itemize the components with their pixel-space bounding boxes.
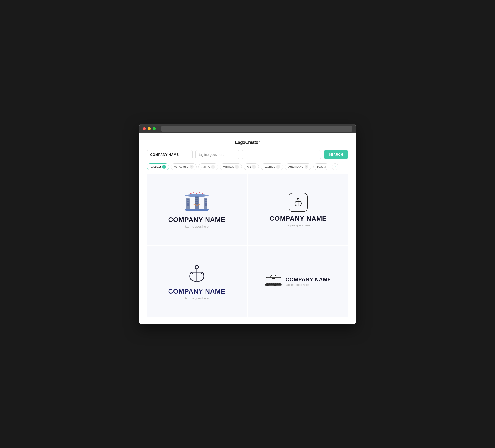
search-button[interactable]: SEARCH	[324, 150, 348, 159]
filter-label-animals: Animals	[223, 165, 234, 168]
svg-rect-8	[187, 203, 189, 204]
svg-point-25	[195, 266, 198, 269]
logo-grid: COMPANY NAME tagline goes here	[147, 174, 348, 317]
svg-rect-16	[205, 199, 207, 200]
svg-point-0	[191, 193, 192, 194]
filter-chip-abstract[interactable]: Abstract ✓	[147, 163, 169, 170]
svg-rect-31	[269, 278, 270, 283]
filters-next-button[interactable]: →	[332, 163, 339, 170]
svg-rect-17	[205, 201, 207, 202]
anchor-boxed-icon	[293, 197, 303, 208]
filter-chip-automotive[interactable]: Automotive ✓	[285, 163, 311, 170]
svg-rect-6	[187, 199, 189, 200]
svg-rect-29	[271, 276, 276, 278]
filter-label-automotive: Automotive	[288, 165, 303, 168]
anchor-large-icon	[186, 263, 207, 285]
browser-titlebar	[139, 124, 356, 133]
svg-point-2	[196, 193, 197, 194]
logo-card-4[interactable]: COMPANY NAME tagline goes here	[248, 246, 348, 317]
filter-label-agriculture: Agriculture	[174, 165, 189, 168]
traffic-light-yellow[interactable]	[148, 127, 151, 130]
logo-icon-anchor-boxed	[289, 193, 308, 212]
app-content: LogoCreator SEARCH Abstract ✓ Agricultur…	[139, 133, 356, 324]
svg-point-20	[185, 194, 209, 197]
svg-rect-13	[195, 201, 198, 202]
svg-rect-36	[279, 278, 280, 283]
svg-rect-34	[275, 278, 276, 283]
filter-label-art: Art	[247, 165, 251, 168]
logo-card-1[interactable]: COMPANY NAME tagline goes here	[147, 174, 247, 245]
check-icon-art: ✓	[252, 165, 256, 168]
svg-rect-39	[265, 284, 281, 285]
filter-chip-art[interactable]: Art ✓	[244, 163, 259, 170]
svg-rect-7	[187, 201, 189, 202]
traffic-light-red[interactable]	[143, 127, 146, 130]
svg-rect-14	[195, 203, 198, 204]
svg-rect-18	[205, 203, 207, 204]
svg-rect-21	[185, 209, 209, 210]
logo4-tagline: tagline goes here	[286, 283, 331, 286]
svg-point-22	[297, 198, 299, 200]
logo3-company-name: COMPANY NAME	[168, 288, 226, 295]
svg-point-4	[202, 193, 203, 194]
filter-label-abstract: Abstract	[150, 165, 161, 168]
browser-window: LogoCreator SEARCH Abstract ✓ Agricultur…	[139, 124, 356, 324]
logo4-company-name: COMPANY NAME	[286, 277, 331, 282]
svg-rect-10	[195, 196, 199, 209]
check-icon-agriculture: ✓	[190, 165, 193, 168]
logo-card-3[interactable]: COMPANY NAME tagline goes here	[147, 246, 247, 317]
logo4-layout: COMPANY NAME tagline goes here	[265, 274, 331, 290]
extra-search-input[interactable]	[242, 150, 321, 159]
filter-label-attorney: Attorney	[264, 165, 275, 168]
logo1-company-name: COMPANY NAME	[168, 216, 226, 224]
logo3-tagline: tagline goes here	[185, 296, 209, 300]
anchor-box	[289, 193, 308, 212]
svg-point-1	[193, 192, 194, 193]
traffic-light-green[interactable]	[153, 127, 156, 130]
svg-rect-9	[187, 204, 189, 206]
logo-icon-marina	[181, 192, 212, 213]
svg-rect-30	[267, 278, 268, 283]
check-icon-airline: ✓	[211, 165, 215, 168]
logo4-text-block: COMPANY NAME tagline goes here	[286, 277, 331, 286]
filter-chip-beauty[interactable]: Beauty	[313, 163, 329, 170]
category-filters: Abstract ✓ Agriculture ✓ Airline ✓ Anima…	[147, 163, 348, 170]
address-bar[interactable]	[162, 126, 352, 132]
filter-chip-attorney[interactable]: Attorney ✓	[261, 163, 283, 170]
check-icon-attorney: ✓	[276, 165, 280, 168]
app-header: LogoCreator	[147, 140, 348, 145]
svg-rect-12	[195, 198, 198, 200]
app-title: LogoCreator	[235, 140, 260, 145]
filter-chip-agriculture[interactable]: Agriculture ✓	[171, 163, 197, 170]
logo2-tagline: tagline goes here	[286, 224, 310, 227]
logo2-company-name: COMPANY NAME	[270, 215, 327, 222]
check-icon-animals: ✓	[235, 165, 239, 168]
building-small-icon	[265, 274, 282, 286]
filter-chip-airline[interactable]: Airline ✓	[198, 163, 218, 170]
svg-point-3	[199, 192, 200, 193]
search-bar: SEARCH	[147, 150, 348, 159]
filter-label-beauty: Beauty	[316, 165, 326, 168]
tagline-input[interactable]	[195, 150, 239, 159]
marina-building-icon	[181, 192, 212, 213]
logo1-tagline: tagline goes here	[185, 225, 209, 228]
logo-icon-anchor-large	[186, 263, 207, 285]
svg-rect-35	[277, 278, 278, 283]
logo-card-2[interactable]: COMPANY NAME tagline goes here	[248, 174, 348, 245]
filter-chip-animals[interactable]: Animals ✓	[220, 163, 242, 170]
svg-rect-32	[271, 278, 272, 283]
filter-label-airline: Airline	[202, 165, 210, 168]
company-name-input[interactable]	[147, 150, 192, 159]
check-icon-abstract: ✓	[162, 165, 166, 168]
check-icon-automotive: ✓	[304, 165, 308, 168]
svg-rect-19	[205, 204, 207, 206]
logo-icon-building-small	[265, 274, 282, 286]
